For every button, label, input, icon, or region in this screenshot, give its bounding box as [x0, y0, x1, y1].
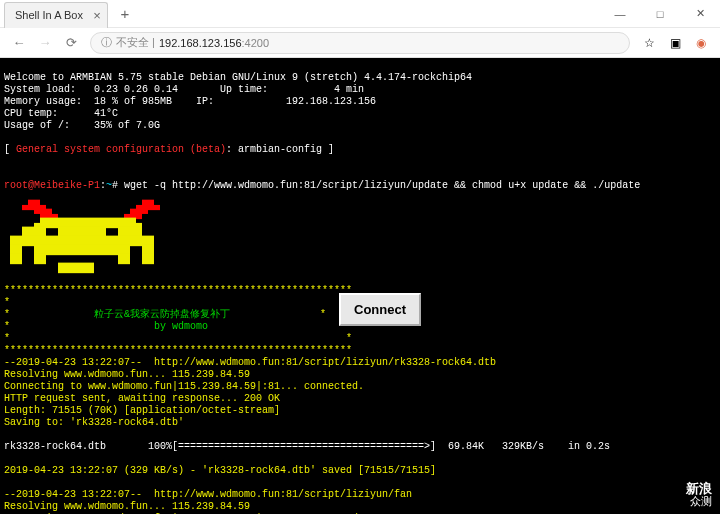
- motd-cputemp: CPU temp: 41°C: [4, 108, 118, 119]
- watermark-line2: 众测: [686, 495, 712, 508]
- gsc-bracket-open: [: [4, 144, 16, 155]
- wget-http-1: HTTP request sent, awaiting response... …: [4, 393, 280, 404]
- url-port: :4200: [242, 37, 270, 49]
- progress-bar: ========================================…: [178, 441, 430, 452]
- wget-url-2: --2019-04-23 13:22:07-- http://www.wdmom…: [4, 489, 412, 500]
- prompt-user: root@Meibeike-P1: [4, 180, 100, 191]
- minimize-button[interactable]: —: [600, 0, 640, 27]
- gsc-title: General system configuration (beta): [16, 144, 226, 155]
- gsc-rest: : armbian-config ]: [226, 144, 334, 155]
- wget-url-1: --2019-04-23 13:22:07-- http://www.wdmom…: [4, 357, 496, 368]
- wget-resolve-1: Resolving www.wdmomo.fun... 115.239.84.5…: [4, 369, 250, 380]
- watermark: 新浪 众测: [686, 482, 712, 508]
- maximize-button[interactable]: □: [640, 0, 680, 27]
- wget-connect-1: Connecting to www.wdmomo.fun|115.239.84.…: [4, 381, 364, 392]
- ascii-art: ▄██▄ ▄██▄ ▀██▄ ▄██▀ ▄████████████████▄ █…: [4, 192, 716, 273]
- watermark-line1: 新浪: [686, 482, 712, 495]
- banner-stars: ****************************************…: [4, 285, 352, 296]
- insecure-label: 不安全 |: [116, 35, 155, 50]
- banner-star: *: [4, 297, 10, 308]
- back-button[interactable]: ←: [6, 30, 32, 56]
- command-line: wget -q http://www.wdmomo.fun:81/script/…: [124, 180, 640, 191]
- browser-tab[interactable]: Shell In A Box ×: [4, 2, 108, 28]
- forward-button[interactable]: →: [32, 30, 58, 56]
- close-icon[interactable]: ×: [93, 8, 101, 23]
- patch-title: 粒子云&我家云防掉盘修复补丁: [10, 309, 230, 320]
- progress-name: rk3328-rock64.dtb 100%[: [4, 441, 178, 452]
- address-bar: ← → ⟳ ⓘ 不安全 | 192.168.123.156 :4200 ☆ ▣ …: [0, 28, 720, 58]
- chrome-profile-icon[interactable]: ◉: [691, 33, 711, 53]
- wget-length-1: Length: 71515 (70K) [application/octet-s…: [4, 405, 280, 416]
- wget-resolve-2: Resolving www.wdmomo.fun... 115.239.84.5…: [4, 501, 250, 512]
- patch-author: by wdmomo: [10, 321, 208, 332]
- url-host: 192.168.123.156: [159, 37, 242, 49]
- connect-button[interactable]: Connect: [339, 293, 421, 326]
- insecure-icon: ⓘ: [101, 35, 112, 50]
- url-field[interactable]: ⓘ 不安全 | 192.168.123.156 :4200: [90, 32, 630, 54]
- motd-diskuse: Usage of /: 35% of 7.0G: [4, 120, 160, 131]
- progress-stats: ] 69.84K 329KB/s in 0.2s: [430, 441, 610, 452]
- prompt-hash: #: [112, 180, 124, 191]
- wget-done-1: 2019-04-23 13:22:07 (329 KB/s) - 'rk3328…: [4, 465, 436, 476]
- reload-button[interactable]: ⟳: [58, 30, 84, 56]
- close-window-button[interactable]: ✕: [680, 0, 720, 27]
- window-controls: — □ ✕: [600, 0, 720, 27]
- new-tab-button[interactable]: +: [114, 3, 136, 25]
- window-titlebar: Shell In A Box × + — □ ✕: [0, 0, 720, 28]
- banner-stars-end: ****************************************…: [4, 345, 352, 356]
- tab-title: Shell In A Box: [15, 9, 83, 21]
- bookmark-icon[interactable]: ☆: [639, 33, 659, 53]
- wget-saving-1: Saving to: 'rk3328-rock64.dtb': [4, 417, 184, 428]
- motd-welcome: Welcome to ARMBIAN 5.75 stable Debian GN…: [4, 72, 472, 83]
- extension-icon[interactable]: ▣: [665, 33, 685, 53]
- terminal[interactable]: Welcome to ARMBIAN 5.75 stable Debian GN…: [0, 58, 720, 514]
- motd-memory: Memory usage: 18 % of 985MB IP: 192.168.…: [4, 96, 376, 107]
- motd-sysload: System load: 0.23 0.26 0.14 Up time: 4 m…: [4, 84, 364, 95]
